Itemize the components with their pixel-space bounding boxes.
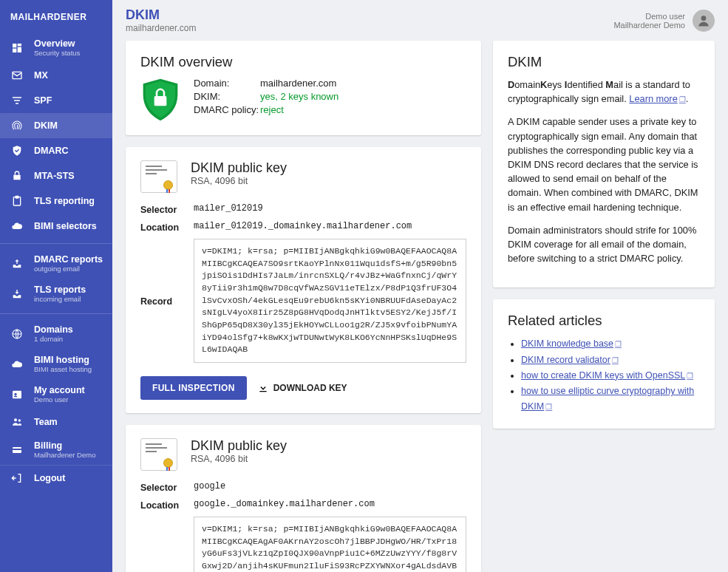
ov-dkim-value: yes, 2 keys known <box>260 91 339 102</box>
key-card-2: DKIM public key RSA, 4096 bit Selectorgo… <box>126 425 481 572</box>
nav-tls-reports[interactable]: TLS reportsincoming email <box>0 279 112 309</box>
svg-rect-14 <box>13 449 21 450</box>
nav-overview[interactable]: OverviewSecurity status <box>0 33 112 63</box>
selector-value: mailer_012019 <box>194 203 466 214</box>
mail-icon <box>10 69 24 82</box>
full-inspection-button[interactable]: FULL INSPECTION <box>140 376 247 400</box>
download-key-button[interactable]: DOWNLOAD KEY <box>257 382 347 394</box>
nav-billing[interactable]: BillingMailhardener Demo <box>0 435 112 465</box>
key-title: DKIM public key <box>191 160 287 176</box>
info-p3: Domain administrators should strife for … <box>508 223 700 266</box>
svg-rect-9 <box>13 390 21 398</box>
svg-point-12 <box>18 419 21 421</box>
info-p1: DomainKeys Identified Mail is a standard… <box>508 78 700 106</box>
clipboard-icon <box>10 194 24 208</box>
related-link[interactable]: DKIM record validator❐ <box>521 355 619 365</box>
nav-logout[interactable]: Logout <box>0 466 112 491</box>
globe-icon <box>10 327 24 341</box>
cloud-icon <box>10 358 24 371</box>
related-card: Related articles DKIM knowledge base❐ DK… <box>493 299 715 428</box>
nav-mtasts[interactable]: MTA-STS <box>0 163 112 188</box>
key-title: DKIM public key <box>191 438 287 454</box>
learn-more-link[interactable]: Learn more❐ <box>629 93 685 104</box>
nav-team[interactable]: Team <box>0 409 112 435</box>
related-heading: Related articles <box>508 313 700 329</box>
info-p2: A DKIM capable sender uses a private key… <box>508 115 700 214</box>
selector-value: google <box>194 481 466 491</box>
user-info: Demo user Mailhardener Demo <box>613 12 685 30</box>
page-title: DKIM <box>126 7 196 23</box>
key-algo: RSA, 4096 bit <box>191 454 287 464</box>
nav-spf[interactable]: SPF <box>0 88 112 113</box>
svg-point-10 <box>14 392 16 395</box>
inbox-icon <box>10 287 24 301</box>
svg-rect-16 <box>154 96 167 106</box>
location-value: mailer_012019._domainkey.mailhardener.co… <box>194 221 466 231</box>
ov-domain-label: Domain: <box>194 78 260 89</box>
info-card: DKIM DomainKeys Identified Mail is a sta… <box>493 41 715 287</box>
overview-card: DKIM overview Domain:mailhardener.com DK… <box>126 41 481 135</box>
cloud-icon <box>10 219 24 233</box>
key-algo: RSA, 4096 bit <box>191 176 287 186</box>
nav-list: OverviewSecurity status MX SPF DKIM DMAR… <box>0 33 112 465</box>
info-heading: DKIM <box>508 54 700 70</box>
page-subtitle: mailhardener.com <box>126 23 196 33</box>
svg-rect-5 <box>13 175 20 180</box>
nav-dkim[interactable]: DKIM <box>0 113 112 138</box>
svg-point-11 <box>14 418 17 421</box>
svg-rect-0 <box>13 44 16 47</box>
ov-dkim-label: DKIM: <box>194 91 260 102</box>
team-icon <box>10 415 24 429</box>
nav-dmarc-reports[interactable]: DMARC reportsoutgoing email <box>0 248 112 279</box>
main: DKIM mailhardener.com Demo user Mailhard… <box>112 0 728 572</box>
related-link[interactable]: how to use elliptic curve cryptography w… <box>521 386 694 412</box>
svg-rect-7 <box>16 196 18 198</box>
outbox-icon <box>10 257 24 270</box>
svg-rect-1 <box>18 44 21 46</box>
nav-tlsreport[interactable]: TLS reporting <box>0 188 112 214</box>
lock-icon <box>10 169 24 183</box>
svg-rect-2 <box>18 47 21 52</box>
nav-bimi-hosting[interactable]: BIMI hostingBIMI asset hosting <box>0 349 112 379</box>
ov-domain-value: mailhardener.com <box>260 78 339 89</box>
svg-point-15 <box>701 16 707 21</box>
topbar: DKIM mailhardener.com Demo user Mailhard… <box>112 0 728 41</box>
card-icon <box>10 443 24 457</box>
nav-domains[interactable]: Domains1 domain <box>0 319 112 349</box>
certificate-icon <box>140 438 177 471</box>
related-link[interactable]: DKIM knowledge base❐ <box>521 338 622 349</box>
related-link[interactable]: how to create DKIM keys with OpenSSL❐ <box>521 370 693 381</box>
fingerprint-icon <box>10 119 24 132</box>
account-icon <box>10 388 24 401</box>
nav-bimi[interactable]: BIMI selectors <box>0 214 112 239</box>
ov-dmarc-value: reject <box>260 104 339 115</box>
brand-logo: MAILHARDENER <box>0 6 112 33</box>
record-value[interactable]: v=DKIM1; k=rsa; p=MIIBIjANBgkqhkiG9w0BAQ… <box>194 239 466 363</box>
svg-rect-3 <box>13 48 16 52</box>
key-card-1: DKIM public key RSA, 4096 bit Selectorma… <box>126 147 481 413</box>
nav-mx[interactable]: MX <box>0 63 112 88</box>
certificate-icon <box>140 160 177 193</box>
logout-icon <box>10 471 24 485</box>
dashboard-icon <box>10 41 24 55</box>
ov-dmarc-label: DMARC policy: <box>194 104 260 115</box>
overview-heading: DKIM overview <box>140 54 466 70</box>
avatar[interactable] <box>693 10 715 32</box>
nav-account[interactable]: My accountDemo user <box>0 379 112 409</box>
record-value[interactable]: v=DKIM1; k=rsa; p=MIIBIjANBgkqhkiG9w0BAQ… <box>194 517 466 572</box>
shield-check-icon <box>10 144 24 157</box>
sidebar: MAILHARDENER OverviewSecurity status MX … <box>0 0 112 572</box>
location-value: google._domainkey.mailhardener.com <box>194 499 466 509</box>
shield-icon <box>140 78 180 122</box>
filter-icon <box>10 94 24 107</box>
nav-dmarc[interactable]: DMARC <box>0 138 112 163</box>
